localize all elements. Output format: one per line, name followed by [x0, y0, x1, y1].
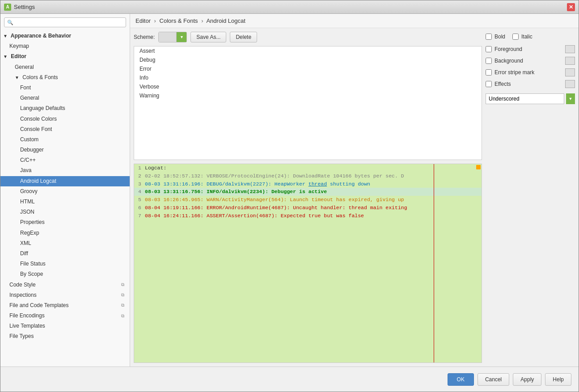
category-info[interactable]: Info [134, 73, 482, 82]
sidebar-item-code-style[interactable]: Code Style ⧉ [0, 280, 130, 290]
italic-checkbox[interactable] [512, 34, 519, 40]
breadcrumb: Editor › Colors & Fonts › Android Logcat [130, 14, 579, 28]
category-error[interactable]: Error [134, 64, 482, 73]
sidebar-item-colors-fonts[interactable]: ▼ Colors & Fonts [0, 72, 130, 83]
left-content: Scheme: ▼ Save As... Delete Assert Debug [134, 32, 482, 363]
app-icon: A [4, 4, 11, 11]
effects-dropdown-row: Underscored ▼ [486, 93, 575, 104]
apply-button[interactable]: Apply [513, 373, 541, 386]
sidebar-item-file-types[interactable]: File Types [0, 331, 130, 341]
effects-color-swatch[interactable] [565, 80, 575, 88]
foreground-checkbox[interactable] [486, 46, 492, 52]
effects-checkbox[interactable] [486, 81, 492, 87]
sidebar-item-console-colors[interactable]: Console Colors [0, 114, 130, 124]
sidebar-item-c-cpp[interactable]: C/C++ [0, 155, 130, 165]
sidebar-item-font[interactable]: Font [0, 83, 130, 93]
background-label: Background [494, 58, 562, 64]
bold-checkbox-row: Bold [486, 34, 505, 40]
sidebar-item-debugger[interactable]: Debugger [0, 145, 130, 155]
background-row: Background [486, 57, 575, 65]
effects-row: Effects [486, 80, 575, 88]
background-color-swatch[interactable] [565, 57, 575, 65]
sidebar-item-properties[interactable]: Properties [0, 217, 130, 228]
search-box: 🔍 [4, 17, 126, 27]
italic-label: Italic [521, 34, 533, 40]
sidebar-item-language-defaults[interactable]: Language Defaults [0, 103, 130, 114]
right-panel: Editor › Colors & Fonts › Android Logcat… [130, 14, 579, 367]
sidebar-item-java[interactable]: Java [0, 165, 130, 176]
vertical-guide-line [434, 164, 434, 362]
sidebar-item-editor[interactable]: ▼ Editor [0, 51, 130, 62]
copy-icon: ⧉ [121, 281, 124, 288]
category-verbose[interactable]: Verbose [134, 82, 482, 91]
effects-dropdown-arrow-button[interactable]: ▼ [566, 93, 575, 104]
category-debug[interactable]: Debug [134, 55, 482, 64]
copy-icon3: ⧉ [121, 302, 124, 309]
help-button[interactable]: Help [545, 373, 571, 386]
content-area: Scheme: ▼ Save As... Delete Assert Debug [130, 28, 579, 367]
sidebar-item-file-encodings[interactable]: File Encodings ⧉ [0, 311, 130, 321]
error-stripe-color-swatch[interactable] [565, 68, 575, 76]
scheme-row: Scheme: ▼ Save As... Delete [134, 32, 482, 42]
preview-area: 1 Logcat: 2 02-02 18:52:57.132: VERBOSE/… [134, 164, 482, 363]
background-checkbox[interactable] [486, 58, 492, 64]
sidebar-item-live-templates[interactable]: Live Templates [0, 321, 130, 331]
effects-dropdown[interactable]: Underscored [486, 93, 564, 104]
main-content: 🔍 ▼ Appearance & Behavior Keymap ▼ Edito… [0, 14, 579, 367]
delete-button[interactable]: Delete [230, 32, 257, 42]
preview-line-7: 7 08-04 16:24:11.166: ASSERT/Assertion(4… [134, 212, 482, 220]
search-input[interactable] [15, 19, 123, 25]
error-stripe-row: Error stripe mark [486, 68, 575, 76]
search-icon: 🔍 [7, 20, 13, 25]
bottom-bar: OK Cancel Apply Help [0, 367, 579, 392]
sidebar-item-keymap[interactable]: Keymap [0, 41, 130, 51]
preview-line-1: 1 Logcat: [134, 164, 482, 172]
foreground-row: Foreground [486, 45, 575, 53]
preview-line-6: 6 08-04 16:19:11.166: ERROR/AndroidRunti… [134, 204, 482, 212]
sidebar-item-xml[interactable]: XML [0, 238, 130, 249]
sidebar-item-groovy[interactable]: Groovy [0, 186, 130, 197]
error-stripe-label: Error stripe mark [494, 69, 562, 76]
category-warning[interactable]: Warning [134, 91, 482, 100]
bold-label: Bold [494, 34, 505, 40]
sidebar-item-regexp[interactable]: RegExp [0, 228, 130, 238]
sidebar-item-inspections[interactable]: Inspections ⧉ [0, 290, 130, 300]
preview-line-4: 4 08-03 13:31:16.756: INFO/dalvikvm(2234… [134, 188, 482, 196]
sidebar-item-file-code-templates[interactable]: File and Code Templates ⧉ [0, 300, 130, 311]
category-list: Assert Debug Error Info Verbose Warning [134, 46, 482, 160]
error-stripe-checkbox[interactable] [486, 69, 492, 76]
window-body: 🔍 ▼ Appearance & Behavior Keymap ▼ Edito… [0, 14, 579, 392]
settings-window: A Settings ✕ 🔍 ▼ Appearance & Behavior K… [0, 0, 579, 392]
category-assert[interactable]: Assert [134, 46, 482, 55]
effects-label: Effects [494, 81, 562, 87]
close-button[interactable]: ✕ [567, 3, 575, 11]
scheme-dropdown[interactable]: ▼ [158, 32, 187, 42]
save-as-button[interactable]: Save As... [190, 32, 226, 42]
sidebar-item-custom[interactable]: Custom [0, 135, 130, 145]
window-title: Settings [14, 4, 35, 10]
ok-button[interactable]: OK [448, 373, 474, 386]
preview-line-3: 3 08-03 13:31:16.196: DEBUG/dalvikvm(222… [134, 180, 482, 188]
preview-line-5: 5 08-03 16:26:45.965: WARN/ActivityManag… [134, 196, 482, 204]
sidebar-item-android-logcat[interactable]: Android Logcat [0, 176, 130, 186]
copy-icon4: ⧉ [121, 312, 124, 320]
cancel-button[interactable]: Cancel [478, 373, 509, 386]
horizontal-scrollbar[interactable] [134, 362, 482, 363]
sidebar-item-console-font[interactable]: Console Font [0, 124, 130, 135]
foreground-color-swatch[interactable] [565, 45, 575, 53]
sidebar-item-file-status[interactable]: File Status [0, 259, 130, 269]
options-panel: Bold Italic Foreground [486, 32, 575, 363]
sidebar-item-appearance[interactable]: ▼ Appearance & Behavior [0, 31, 130, 41]
sidebar-item-json[interactable]: JSON [0, 207, 130, 217]
sidebar-item-general2[interactable]: General [0, 93, 130, 103]
sidebar-item-diff[interactable]: Diff [0, 249, 130, 259]
scheme-dropdown-arrow[interactable]: ▼ [177, 32, 186, 42]
bold-checkbox[interactable] [486, 34, 492, 40]
italic-checkbox-row: Italic [512, 34, 533, 40]
scheme-label: Scheme: [134, 34, 155, 40]
sidebar-item-general[interactable]: General [0, 62, 130, 72]
sidebar-item-by-scope[interactable]: By Scope [0, 269, 130, 279]
sidebar-item-html[interactable]: HTML [0, 197, 130, 207]
foreground-label: Foreground [494, 46, 562, 52]
effects-type-label: Underscored [489, 96, 520, 102]
